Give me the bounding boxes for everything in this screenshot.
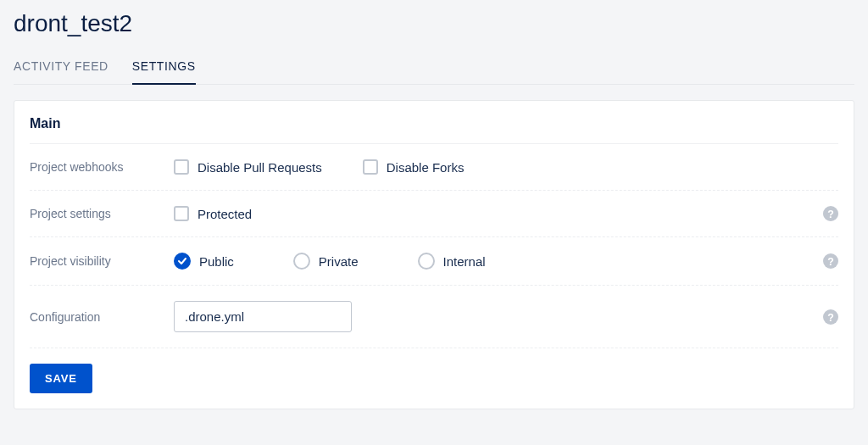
section-heading: Main	[30, 116, 838, 131]
page-title: dront_test2	[14, 0, 854, 44]
checkbox-label: Disable Forks	[387, 160, 465, 175]
svg-text:?: ?	[827, 209, 834, 220]
checkbox-label: Protected	[198, 207, 252, 221]
label-project-visibility: Project visibility	[30, 254, 174, 268]
tabs: Activity Feed Settings	[14, 44, 854, 85]
radio-label: Private	[319, 254, 359, 269]
label-project-webhooks: Project webhooks	[30, 160, 174, 174]
radio-internal[interactable]: Internal	[418, 253, 486, 270]
checkbox-icon	[363, 159, 378, 175]
settings-card: Main Project webhooks Disable Pull Reque…	[14, 100, 854, 409]
radio-label: Internal	[443, 254, 486, 269]
save-button[interactable]: Save	[30, 364, 92, 393]
radio-private[interactable]: Private	[293, 253, 359, 270]
row-configuration: Configuration ?	[30, 286, 838, 348]
configuration-input[interactable]	[174, 301, 352, 332]
radio-label: Public	[199, 254, 234, 269]
card-header: Main	[30, 101, 838, 144]
help-icon[interactable]: ?	[823, 253, 838, 269]
row-project-settings: Project settings Protected ?	[30, 191, 838, 237]
checkbox-label: Disable Pull Requests	[198, 160, 322, 175]
radio-icon	[174, 253, 191, 270]
radio-icon	[418, 253, 435, 270]
radio-icon	[293, 253, 310, 270]
tab-activity-feed[interactable]: Activity Feed	[14, 53, 108, 84]
help-icon[interactable]: ?	[823, 206, 838, 221]
label-project-settings: Project settings	[30, 207, 174, 220]
row-project-visibility: Project visibility Public Private Intern…	[30, 237, 838, 286]
svg-text:?: ?	[827, 311, 834, 323]
help-icon[interactable]: ?	[823, 309, 838, 325]
row-project-webhooks: Project webhooks Disable Pull Requests D…	[30, 144, 838, 191]
checkbox-icon	[174, 159, 189, 175]
label-configuration: Configuration	[30, 310, 174, 324]
checkbox-protected[interactable]: Protected	[174, 206, 252, 221]
checkbox-disable-forks[interactable]: Disable Forks	[363, 159, 465, 175]
tab-settings[interactable]: Settings	[132, 53, 196, 85]
checkbox-disable-pull-requests[interactable]: Disable Pull Requests	[174, 159, 322, 175]
checkbox-icon	[174, 206, 189, 221]
svg-text:?: ?	[827, 256, 834, 268]
radio-public[interactable]: Public	[174, 253, 234, 270]
